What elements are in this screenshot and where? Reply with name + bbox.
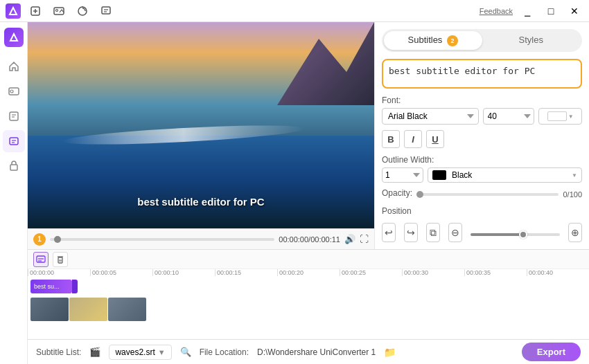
delete-button[interactable]: [53, 252, 68, 267]
water-layer: [28, 136, 374, 228]
opacity-row: Opacity: 0/100: [382, 188, 582, 201]
zoom-in-button[interactable]: ⊕: [568, 223, 582, 242]
ruler-tick-8: 00:00:40: [527, 269, 589, 276]
svg-rect-24: [58, 257, 62, 263]
subtitle-list-label: Subtitle List:: [36, 347, 81, 357]
outline-width-select[interactable]: 1 2 3: [382, 167, 423, 183]
status-bar: Subtitle List: 🎬 waves2.srt ▼ 🔍 File Loc…: [28, 339, 589, 364]
sidebar-item-subtitle[interactable]: [3, 130, 25, 152]
ruler-tick-2: 00:00:10: [152, 269, 215, 276]
sidebar-item-convert[interactable]: [3, 105, 25, 127]
subtitle-clip-end: [72, 280, 78, 293]
sidebar: [0, 22, 28, 364]
opacity-label: Opacity:: [382, 188, 412, 198]
sidebar-item-toolbox[interactable]: [3, 155, 25, 177]
outline-color-swatch: [432, 170, 446, 180]
ruler-tick-5: 00:00:25: [340, 269, 402, 276]
outline-color-select[interactable]: Black ▼: [428, 167, 582, 183]
subtitle-filename: waves2.srt: [115, 347, 155, 357]
video-time: 00:00:00/00:00:11: [279, 235, 340, 244]
redo-button[interactable]: ↪: [404, 223, 418, 242]
browse-folder-icon[interactable]: 📁: [384, 347, 396, 358]
sidebar-item-home[interactable]: [3, 55, 25, 78]
svg-point-5: [56, 9, 58, 11]
select-caret-icon: ▼: [158, 348, 166, 356]
zoom-out-button[interactable]: ⊖: [448, 223, 462, 242]
progress-thumb: [54, 236, 61, 243]
svg-marker-0: [10, 8, 17, 15]
minimize-button[interactable]: ⎯: [518, 3, 536, 19]
zoom-slider-container: [471, 227, 560, 242]
outline-row: 1 2 3 Black ▼: [382, 167, 582, 183]
subtitle-file-select[interactable]: waves2.srt ▼: [109, 345, 171, 360]
underline-button[interactable]: U: [426, 130, 444, 148]
italic-button[interactable]: I: [404, 130, 422, 148]
bold-button[interactable]: B: [382, 130, 400, 148]
opacity-value: 0/100: [563, 190, 582, 199]
tab-subtitles[interactable]: Subtitles 2: [384, 31, 482, 50]
subtitle-track: best su...: [30, 279, 589, 294]
format-buttons: B I U: [382, 130, 582, 148]
svg-rect-8: [102, 7, 110, 14]
title-bar-right: Feedback ⎯ □ ✕: [480, 3, 583, 19]
svg-rect-20: [10, 165, 17, 170]
video-track: [30, 297, 589, 322]
new-project-button[interactable]: [26, 3, 44, 19]
video-subtitle-overlay: best subtitle editor for PC: [137, 196, 264, 208]
expand-icon[interactable]: ⛶: [360, 234, 369, 244]
video-progress-bar[interactable]: [50, 238, 274, 241]
close-button[interactable]: ✕: [565, 3, 583, 19]
feedback-link[interactable]: Feedback: [480, 7, 513, 15]
ruler-tick-7: 00:00:35: [464, 269, 527, 276]
app-logo: [6, 3, 21, 19]
font-name-select[interactable]: Arial Black Arial Times New Roman: [382, 108, 479, 125]
search-subtitle-icon[interactable]: 🔍: [180, 347, 191, 357]
ruler-tick-1: 00:00:05: [90, 269, 152, 276]
export-button[interactable]: Export: [522, 343, 581, 361]
outline-color-label: Black: [452, 170, 472, 180]
position-label: Position: [382, 206, 582, 216]
svg-rect-14: [10, 112, 18, 120]
sidebar-item-media[interactable]: [3, 80, 25, 102]
zoom-slider[interactable]: [471, 233, 560, 236]
content-area: best subtitle editor for PC 1 00:00:00/0…: [28, 22, 589, 364]
ruler-tick-6: 00:00:30: [402, 269, 464, 276]
outline-label: Outline Width:: [382, 155, 582, 165]
subtitles-badge: 2: [447, 35, 458, 46]
volume-icon[interactable]: 🔊: [344, 234, 355, 244]
video-thumb-1: [30, 298, 69, 321]
panel-actions: ↩ ↪ ⧉ ⊖ ⊕: [382, 223, 582, 242]
font-color-swatch[interactable]: ▼: [538, 108, 582, 125]
ruler-tick-3: 00:00:15: [215, 269, 277, 276]
main-container: best subtitle editor for PC 1 00:00:00/0…: [0, 22, 589, 364]
panel-tabs: Subtitles 2 Styles: [382, 29, 582, 52]
tab-styles[interactable]: Styles: [482, 31, 581, 50]
timeline-section: 00:00:00 00:00:05 00:00:10 00:00:15 00:0…: [28, 249, 589, 339]
subtitle-file-icon: 🎬: [89, 347, 100, 357]
opacity-slider[interactable]: [416, 193, 559, 196]
timeline-toolbar: [28, 250, 589, 269]
font-size-select[interactable]: 40 32 24 48: [483, 108, 535, 125]
font-label: Font:: [382, 95, 582, 105]
video-panel-row: best subtitle editor for PC 1 00:00:00/0…: [28, 22, 589, 249]
copy-button[interactable]: ⧉: [426, 223, 440, 242]
font-row: Arial Black Arial Times New Roman 40 32 …: [382, 108, 582, 125]
video-thumb-2: [69, 298, 107, 321]
video-section: best subtitle editor for PC 1 00:00:00/0…: [28, 22, 374, 249]
subtitle-edit-button[interactable]: [33, 252, 49, 267]
title-bar: Feedback ⎯ □ ✕: [0, 0, 589, 22]
add-media-button[interactable]: [50, 3, 68, 19]
maximize-button[interactable]: □: [542, 3, 560, 19]
video-container[interactable]: best subtitle editor for PC: [28, 22, 374, 228]
svg-point-13: [10, 90, 13, 93]
subtitle-clip[interactable]: best su...: [30, 280, 72, 293]
subtitle-text-input[interactable]: [382, 59, 582, 89]
caret-icon: ▼: [572, 172, 577, 179]
undo-button[interactable]: ↩: [382, 223, 396, 242]
video-thumb-3: [108, 298, 146, 321]
svg-rect-17: [10, 138, 18, 145]
effects-button[interactable]: [73, 3, 91, 19]
export-toolbar-button[interactable]: [97, 3, 115, 19]
file-location-label: File Location:: [200, 347, 249, 357]
video-controls: 1 00:00:00/00:00:11 🔊 ⛶: [28, 228, 374, 249]
